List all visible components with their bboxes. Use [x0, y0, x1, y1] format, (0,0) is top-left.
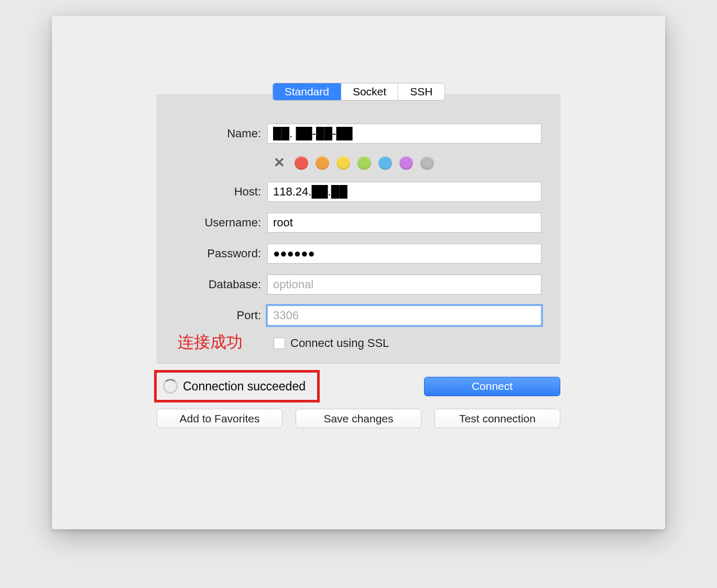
- ssl-label: Connect using SSL: [290, 336, 389, 350]
- favorites-button[interactable]: Add to Favorites: [157, 409, 283, 428]
- host-label: Host:: [176, 185, 267, 199]
- database-label: Database:: [176, 278, 267, 291]
- test-button[interactable]: Test connection: [434, 409, 560, 428]
- color-purple[interactable]: [399, 156, 413, 170]
- connection-tabs: Standard Socket SSH: [273, 83, 445, 101]
- port-row: Port:: [176, 306, 541, 325]
- tab-socket[interactable]: Socket: [341, 83, 398, 100]
- form-panel: Name: ✕ Host: Username: Password: Data: [157, 94, 560, 364]
- port-input[interactable]: [267, 306, 541, 325]
- save-button[interactable]: Save changes: [296, 409, 421, 428]
- color-blue[interactable]: [378, 156, 392, 170]
- database-input[interactable]: [267, 275, 541, 295]
- color-row: ✕: [176, 155, 541, 171]
- status-box: Connection succeeded: [154, 370, 320, 402]
- color-green[interactable]: [357, 156, 371, 170]
- color-orange[interactable]: [316, 156, 329, 170]
- spinner-icon: [163, 379, 178, 394]
- connect-button[interactable]: Connect: [424, 377, 560, 396]
- annotation-chinese: 连接成功: [178, 331, 243, 353]
- status-text: Connection succeeded: [183, 379, 306, 394]
- password-row: Password:: [176, 244, 541, 264]
- tab-standard[interactable]: Standard: [273, 83, 341, 100]
- ssl-checkbox[interactable]: [274, 337, 285, 349]
- tab-ssh[interactable]: SSH: [398, 83, 444, 100]
- status-row: Connection succeeded Connect: [157, 370, 560, 402]
- port-label: Port:: [176, 309, 267, 322]
- username-input[interactable]: [267, 213, 541, 233]
- host-row: Host:: [176, 182, 541, 202]
- color-gray[interactable]: [420, 156, 434, 170]
- name-input[interactable]: [267, 124, 541, 144]
- bottom-row: Add to Favorites Save changes Test conne…: [157, 409, 560, 428]
- host-input[interactable]: [267, 182, 541, 202]
- color-red[interactable]: [295, 156, 308, 170]
- database-row: Database:: [176, 275, 541, 295]
- name-label: Name:: [176, 127, 267, 140]
- clear-color-icon[interactable]: ✕: [274, 155, 285, 171]
- password-label: Password:: [176, 247, 267, 260]
- username-label: Username:: [176, 216, 267, 230]
- color-yellow[interactable]: [336, 156, 350, 170]
- connection-dialog: Standard Socket SSH Name: ✕ Host: Userna…: [52, 16, 665, 529]
- password-input[interactable]: [267, 244, 541, 264]
- username-row: Username:: [176, 213, 541, 233]
- name-row: Name:: [176, 124, 541, 144]
